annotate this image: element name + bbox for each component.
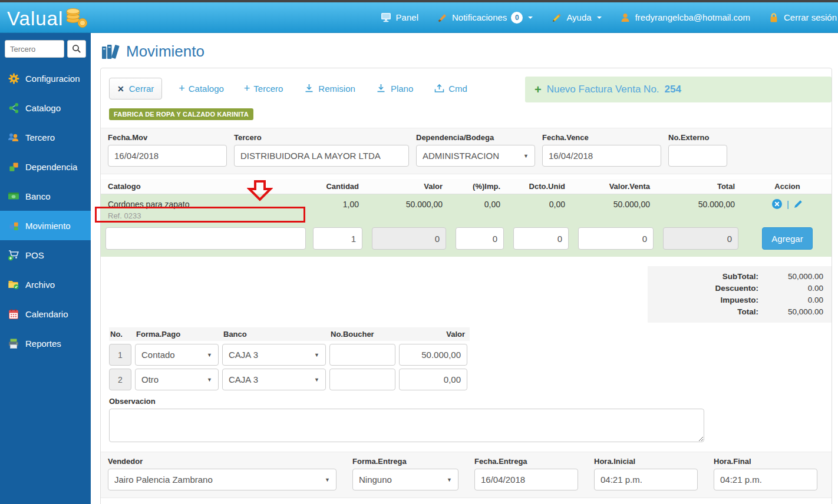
banco-select[interactable]: CAJA 3 ▼ bbox=[222, 344, 326, 366]
nav-notifications[interactable]: Notificaciones 0 bbox=[436, 12, 533, 24]
search-icon bbox=[71, 43, 83, 55]
edit-item-icon[interactable] bbox=[793, 199, 803, 209]
fecha-mov-input[interactable] bbox=[108, 145, 227, 167]
valor-input[interactable] bbox=[399, 344, 467, 366]
col-valor: Valor bbox=[367, 182, 451, 191]
sidebar-item-archivo[interactable]: Archivo bbox=[0, 270, 91, 299]
app-logo[interactable]: Valual bbox=[7, 7, 89, 28]
vendedor-label: Vendedor bbox=[108, 457, 336, 466]
main-content: Movimiento ✕ Cerrar + Catalogo + Tercero bbox=[91, 33, 838, 504]
sidebar-item-configuracion[interactable]: Configuracion bbox=[0, 64, 91, 93]
sidebar-item-dependencia[interactable]: Dependencia bbox=[0, 152, 91, 181]
observacion-textarea[interactable] bbox=[109, 409, 704, 442]
forma-pago-select[interactable]: Otro ▼ bbox=[135, 369, 219, 390]
delete-item-icon[interactable] bbox=[771, 198, 783, 210]
item-total: 50.000,00 bbox=[658, 200, 743, 209]
chevron-down-icon: ▼ bbox=[523, 153, 529, 159]
search-input[interactable] bbox=[5, 40, 64, 58]
fecha-entrega-input[interactable] bbox=[474, 469, 578, 490]
nav-panel-label: Panel bbox=[396, 12, 418, 22]
hora-inicial-input[interactable] bbox=[594, 469, 698, 490]
boucher-input[interactable] bbox=[329, 344, 395, 366]
new-item-cantidad-input[interactable] bbox=[313, 227, 362, 250]
folder-check-icon bbox=[8, 278, 19, 290]
cmd-link[interactable]: Cmd bbox=[433, 84, 467, 94]
new-item-imp-input[interactable] bbox=[456, 227, 504, 250]
agregar-button[interactable]: Agregar bbox=[762, 227, 812, 250]
cmd-label: Cmd bbox=[448, 84, 467, 94]
payments-header: No. Forma.Pago Banco No.Boucher Valor bbox=[109, 327, 470, 341]
boucher-input[interactable] bbox=[329, 369, 395, 390]
banco-select[interactable]: CAJA 3 ▼ bbox=[222, 369, 326, 390]
monitor-icon bbox=[380, 12, 392, 24]
invoice-number: 254 bbox=[665, 84, 681, 95]
new-invoice-banner: + Nuevo Factura Venta No. 254 bbox=[525, 77, 832, 102]
sidebar-item-movimiento[interactable]: Movimiento bbox=[0, 211, 91, 240]
cerrar-button[interactable]: ✕ Cerrar bbox=[109, 78, 162, 100]
sidebar-item-tercero[interactable]: Tercero bbox=[0, 122, 91, 152]
sidebar-item-calendario[interactable]: Calendario bbox=[0, 299, 91, 329]
cerrar-label: Cerrar bbox=[129, 84, 154, 94]
fecha-vence-label: Fecha.Vence bbox=[542, 133, 661, 142]
fecha-vence-input[interactable] bbox=[542, 145, 661, 167]
no-externo-input[interactable] bbox=[668, 145, 727, 167]
sidebar-item-label: Archivo bbox=[25, 280, 55, 290]
vendedor-select[interactable]: Jairo Palencia Zambrano ▼ bbox=[108, 469, 336, 490]
nav-user-account[interactable]: fredyrangelcba@hotmail.com bbox=[619, 12, 750, 24]
new-item-dcto-input[interactable] bbox=[513, 227, 569, 250]
item-cantidad: 1,00 bbox=[308, 200, 367, 209]
sidebar-search bbox=[0, 33, 91, 60]
nav-help[interactable]: Ayuda bbox=[550, 12, 601, 24]
new-item-catalogo-input[interactable] bbox=[105, 227, 306, 250]
totals-panel: SubTotal: 50,000.00 Descuento: 0.00 Impu… bbox=[648, 266, 832, 323]
sidebar-item-pos[interactable]: POS bbox=[0, 240, 91, 270]
new-item-valor-venta-input[interactable] bbox=[578, 227, 654, 250]
sidebar-item-catalogo[interactable]: Catalogo bbox=[0, 93, 91, 122]
subtotal-row: SubTotal: 50,000.00 bbox=[656, 271, 823, 283]
item-actions: | bbox=[743, 198, 832, 210]
sidebar-item-banco[interactable]: Banco bbox=[0, 181, 91, 211]
sidebar-item-reportes[interactable]: Reportes bbox=[0, 329, 91, 358]
col-total: Total bbox=[658, 182, 743, 191]
col-forma-pago: Forma.Pago bbox=[136, 330, 220, 339]
chevron-down-icon: ▼ bbox=[207, 352, 212, 358]
search-button[interactable] bbox=[67, 40, 86, 58]
user-icon bbox=[619, 12, 631, 24]
nav-panel[interactable]: Panel bbox=[380, 12, 418, 24]
observacion-label: Observacion bbox=[109, 397, 156, 406]
coins-icon bbox=[64, 7, 89, 28]
tercero-input[interactable] bbox=[234, 145, 409, 167]
hora-inicial-label: Hora.Inicial bbox=[594, 457, 698, 466]
fecha-entrega-field: Fecha.Entrega bbox=[474, 457, 578, 490]
plano-link[interactable]: Plano bbox=[375, 84, 413, 94]
vendedor-value: Jairo Palencia Zambrano bbox=[114, 475, 213, 485]
lock-icon bbox=[768, 12, 780, 24]
fecha-vence-field: Fecha.Vence bbox=[542, 133, 661, 167]
top-navigation: Panel Notificaciones 0 bbox=[380, 12, 838, 24]
plano-label: Plano bbox=[391, 84, 413, 94]
brush-icon bbox=[436, 12, 448, 24]
valor-input[interactable] bbox=[399, 369, 467, 390]
dependencia-field: Dependencia/Bodega ADMINISTRACION ▼ bbox=[416, 133, 535, 167]
chevron-down-icon bbox=[597, 16, 602, 19]
nav-logout[interactable]: Cerrar sesión bbox=[768, 12, 837, 24]
dependencia-select[interactable]: ADMINISTRACION ▼ bbox=[416, 145, 535, 167]
forma-pago-select[interactable]: Contado ▼ bbox=[135, 344, 219, 366]
hora-final-input[interactable] bbox=[714, 469, 817, 490]
sidebar-item-label: Tercero bbox=[25, 132, 55, 142]
dependencia-label: Dependencia/Bodega bbox=[416, 133, 535, 142]
plus-icon: + bbox=[244, 83, 250, 94]
sidebar-item-label: Banco bbox=[25, 191, 51, 201]
hora-inicial-field: Hora.Inicial bbox=[594, 457, 698, 490]
action-separator: | bbox=[787, 199, 789, 209]
add-catalogo-link[interactable]: + Catalogo bbox=[179, 83, 224, 94]
remision-link[interactable]: Remision bbox=[303, 84, 355, 94]
users-icon bbox=[8, 131, 19, 143]
forma-entrega-select[interactable]: Ninguno ▼ bbox=[352, 469, 458, 490]
forma-pago-value: Otro bbox=[141, 374, 159, 384]
total-value: 50,000.00 bbox=[769, 306, 823, 318]
chevron-down-icon: ▼ bbox=[207, 377, 212, 383]
sidebar: Configuracion Catalogo bbox=[0, 33, 91, 504]
add-tercero-link[interactable]: + Tercero bbox=[244, 83, 283, 94]
pencil-icon bbox=[550, 12, 562, 24]
